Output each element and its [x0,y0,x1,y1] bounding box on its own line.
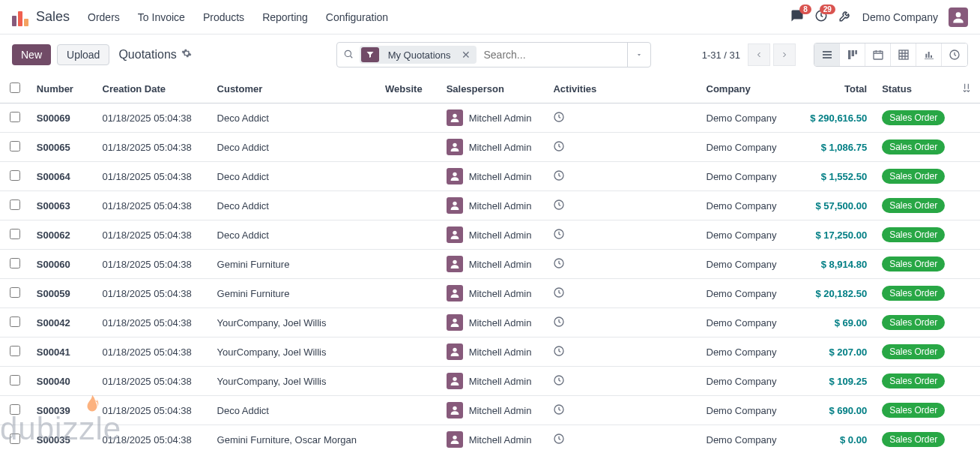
cell-activities[interactable] [547,162,700,191]
cell-date: 01/18/2025 05:04:38 [97,396,211,425]
cell-date: 01/18/2025 05:04:38 [97,367,211,396]
table-row[interactable]: S0006301/18/2025 05:04:38Deco AddictMitc… [0,191,980,220]
row-checkbox[interactable] [10,346,20,356]
company-switcher[interactable]: Demo Company [862,11,938,23]
search-options-toggle[interactable] [627,43,650,67]
pager-prev-button[interactable] [748,44,770,66]
cell-activities[interactable] [547,308,700,338]
view-pivot-button[interactable] [891,44,916,66]
new-button[interactable]: New [12,44,51,65]
nav-link-configuration[interactable]: Configuration [326,11,388,23]
cell-activities[interactable] [547,191,700,220]
messages-icon[interactable]: 8 [790,9,804,25]
col-optional-toggle[interactable] [952,75,980,104]
cell-activities[interactable] [547,104,700,133]
row-checkbox[interactable] [10,229,20,239]
row-checkbox[interactable] [10,434,20,444]
cell-activities[interactable] [547,367,700,396]
col-date[interactable]: Creation Date [97,75,211,104]
search-icon[interactable] [337,49,360,62]
col-customer[interactable]: Customer [211,75,379,104]
cell-activities[interactable] [547,220,700,250]
clock-icon[interactable] [553,377,565,388]
view-list-button[interactable] [814,44,840,66]
row-checkbox[interactable] [10,375,20,386]
nav-link-orders[interactable]: Orders [88,11,120,23]
table-row[interactable]: S0006201/18/2025 05:04:38Deco AddictMitc… [0,220,980,250]
col-salesperson[interactable]: Salesperson [441,75,548,104]
cell-customer: Deco Addict [211,220,379,250]
cell-website [379,367,441,396]
select-all-checkbox[interactable] [10,82,20,93]
upload-button[interactable]: Upload [57,44,109,65]
search-input[interactable] [481,46,627,64]
activities-icon[interactable]: 29 [814,9,828,25]
cell-activities[interactable] [547,279,700,308]
clock-icon[interactable] [553,348,565,359]
table-row[interactable]: S0005901/18/2025 05:04:38Gemini Furnitur… [0,279,980,308]
clock-icon[interactable] [553,231,565,242]
clock-icon[interactable] [553,260,565,272]
status-badge: Sales Order [882,432,945,447]
table-row[interactable]: S0006001/18/2025 05:04:38Gemini Furnitur… [0,250,980,279]
col-activities[interactable]: Activities [547,75,700,104]
clock-icon[interactable] [553,172,565,184]
cell-activities[interactable] [547,133,700,162]
pager-next-button[interactable] [773,44,796,66]
col-total[interactable]: Total [799,75,876,104]
table-row[interactable]: S0006501/18/2025 05:04:38Deco AddictMitc… [0,133,980,162]
nav-link-to-invoice[interactable]: To Invoice [138,11,185,23]
view-graph-button[interactable] [916,44,942,66]
clock-icon[interactable] [553,114,565,125]
clock-icon[interactable] [553,319,565,330]
view-calendar-button[interactable] [865,44,891,66]
row-checkbox[interactable] [10,141,20,152]
row-checkbox[interactable] [10,170,20,181]
view-activity-button[interactable] [942,44,967,66]
cell-activities[interactable] [547,425,700,451]
clock-icon[interactable] [553,143,565,154]
row-checkbox[interactable] [10,258,20,268]
table-row[interactable]: S0004001/18/2025 05:04:38YourCompany, Jo… [0,367,980,396]
col-status[interactable]: Status [876,75,952,104]
cell-date: 01/18/2025 05:04:38 [97,104,211,133]
app-title[interactable]: Sales [36,9,70,25]
nav-link-products[interactable]: Products [203,11,244,23]
col-number[interactable]: Number [31,75,97,104]
cell-activities[interactable] [547,338,700,367]
row-checkbox[interactable] [10,404,20,415]
cell-customer: Gemini Furniture, Oscar Morgan [211,425,379,451]
debug-tools-icon[interactable] [838,9,852,25]
cell-website [379,104,441,133]
filter-icon[interactable] [361,47,379,62]
clock-icon[interactable] [553,406,565,418]
user-avatar[interactable] [949,8,968,27]
table-row[interactable]: S0004101/18/2025 05:04:38YourCompany, Jo… [0,338,980,367]
cell-status: Sales Order [876,104,952,133]
table-row[interactable]: S0006901/18/2025 05:04:38Deco AddictMitc… [0,104,980,133]
svg-point-27 [453,377,456,381]
app-logo-icon[interactable] [12,8,30,26]
col-website[interactable]: Website [379,75,441,104]
pager-label[interactable]: 1-31 / 31 [702,50,740,61]
cell-activities[interactable] [547,396,700,425]
clock-icon[interactable] [553,202,565,213]
cell-salesperson: Mitchell Admin [441,367,548,396]
table-row[interactable]: S0004201/18/2025 05:04:38YourCompany, Jo… [0,308,980,338]
cell-salesperson: Mitchell Admin [441,162,548,191]
row-checkbox[interactable] [10,200,20,210]
col-company[interactable]: Company [701,75,800,104]
row-checkbox[interactable] [10,287,20,298]
clock-icon[interactable] [553,290,565,301]
clock-icon[interactable] [553,436,565,447]
cell-activities[interactable] [547,250,700,279]
view-kanban-button[interactable] [840,44,865,66]
table-row[interactable]: S0003901/18/2025 05:04:38Deco AddictMitc… [0,396,980,425]
nav-link-reporting[interactable]: Reporting [262,11,308,23]
table-row[interactable]: S0003501/18/2025 05:04:38Gemini Furnitur… [0,425,980,451]
filter-chip-remove[interactable]: ✕ [457,49,475,61]
row-checkbox[interactable] [10,316,20,327]
gear-icon[interactable] [181,48,192,62]
table-row[interactable]: S0006401/18/2025 05:04:38Deco AddictMitc… [0,162,980,191]
row-checkbox[interactable] [10,112,20,122]
